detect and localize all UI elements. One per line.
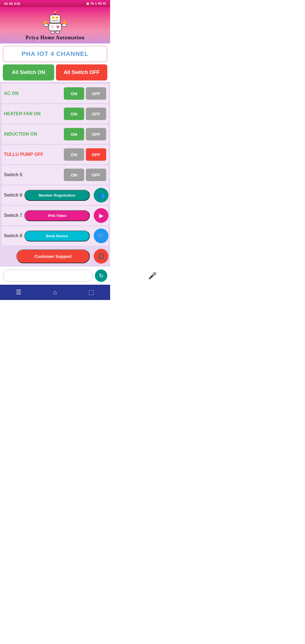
- svg-rect-10: [44, 24, 48, 26]
- switch-btns-heater: ON OFF: [64, 108, 106, 120]
- svg-rect-4: [56, 17, 58, 19]
- switch-btns-tullu: ON OFF: [64, 148, 106, 161]
- brand-title: Priya Home Automation: [26, 35, 85, 41]
- svg-rect-8: [51, 25, 54, 29]
- switch-label-induction: INDUCTION ON: [4, 132, 64, 137]
- switch-off-btn-tullu[interactable]: OFF: [86, 148, 106, 161]
- nav-menu-icon[interactable]: ☰: [16, 289, 21, 296]
- switch-btns-5: ON OFF: [64, 169, 106, 181]
- svg-rect-11: [62, 24, 66, 26]
- book-device-icon-button[interactable]: 🛒: [94, 229, 108, 243]
- switch-row-6: Switch 6 Member Registration 👥: [2, 186, 108, 205]
- command-input[interactable]: [3, 269, 93, 282]
- pha-video-button[interactable]: PHA Video: [24, 210, 90, 221]
- status-bar: 4G 4G 9:55 ⏰ Vo 1 4G 41: [0, 0, 110, 7]
- switch-on-btn-5[interactable]: ON: [64, 169, 84, 181]
- switch-section: AC ON ON OFF HEATER FAN ON ON OFF INDUCT…: [0, 82, 110, 248]
- svg-rect-3: [52, 17, 55, 19]
- switch-label-5: Switch 5: [4, 172, 64, 177]
- svg-point-1: [54, 11, 56, 13]
- switch-on-btn-heater[interactable]: ON: [64, 108, 84, 120]
- switch-off-btn-5[interactable]: OFF: [86, 169, 106, 181]
- switch-btns-ac: ON OFF: [64, 87, 106, 100]
- switch-off-btn-ac[interactable]: OFF: [86, 87, 106, 100]
- customer-support-button[interactable]: Customer Support: [16, 249, 90, 263]
- switch-row-5: Switch 5 ON OFF: [2, 165, 108, 184]
- svg-point-9: [56, 25, 59, 28]
- channel-title: PHA IOT 4 CHANNEL: [21, 50, 88, 57]
- book-device-button[interactable]: Book Device: [24, 230, 90, 242]
- pha-video-icon-button[interactable]: ▶: [94, 208, 108, 223]
- svg-text:👍: 👍: [62, 20, 67, 24]
- refresh-button[interactable]: ↻: [95, 269, 107, 282]
- channel-title-card: PHA IOT 4 CHANNEL: [3, 46, 107, 62]
- switch-row-induction: INDUCTION ON ON OFF: [2, 125, 108, 144]
- customer-support-row: Customer Support 🎧: [0, 248, 110, 266]
- nav-home-icon[interactable]: ⌂: [53, 289, 57, 296]
- switch-off-btn-heater[interactable]: OFF: [86, 108, 106, 120]
- nav-back-icon[interactable]: ⬚: [88, 289, 94, 296]
- switch-btns-induction: ON OFF: [64, 128, 106, 140]
- member-registration-button[interactable]: Member Registration: [24, 190, 90, 201]
- switch-label-heater: HEATER FAN ON: [4, 111, 64, 116]
- switch-row-8: Switch 8 Book Device 🛒: [2, 226, 108, 245]
- status-right: ⏰ Vo 1 4G 41: [86, 2, 106, 5]
- switch-row-ac: AC ON ON OFF: [2, 84, 108, 103]
- member-registration-icon-button[interactable]: 👥: [94, 188, 108, 203]
- logo-icon: 👍 👍: [41, 11, 69, 34]
- switch-off-btn-induction[interactable]: OFF: [86, 128, 106, 140]
- switch-row-heater: HEATER FAN ON ON OFF: [2, 104, 108, 123]
- all-switch-on-button[interactable]: All Switch ON: [3, 64, 54, 80]
- switch-row-7: Switch 7 PHA Video ▶: [2, 206, 108, 225]
- status-left: 4G 4G 9:55: [4, 2, 20, 5]
- header: 👍 👍 Priya Home Automation: [0, 7, 110, 43]
- switch-row-tullu: TULLU PUMP OFF ON OFF: [2, 145, 108, 164]
- switch-on-btn-tullu[interactable]: ON: [64, 148, 84, 161]
- switch-on-btn-induction[interactable]: ON: [64, 128, 84, 140]
- svg-rect-12: [51, 31, 54, 33]
- bottom-input-area: 🎤 ↻: [0, 266, 110, 285]
- switch-on-btn-ac[interactable]: ON: [64, 87, 84, 100]
- svg-rect-13: [56, 31, 59, 33]
- customer-support-icon-button[interactable]: 🎧: [94, 249, 108, 264]
- all-switch-row: All Switch ON All Switch OFF: [3, 64, 107, 80]
- switch-label-ac: AC ON: [4, 91, 64, 96]
- switch-label-tullu: TULLU PUMP OFF: [4, 152, 64, 157]
- bottom-nav: ☰ ⌂ ⬚: [0, 285, 110, 300]
- svg-text:👍: 👍: [43, 20, 47, 24]
- all-switch-off-button[interactable]: All Switch OFF: [56, 64, 107, 80]
